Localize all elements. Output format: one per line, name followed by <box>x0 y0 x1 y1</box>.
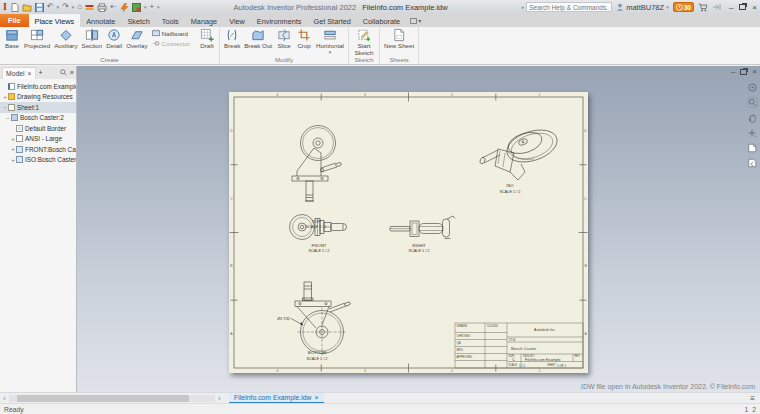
new-file-icon[interactable] <box>10 3 19 12</box>
tree-item-drawing-resources[interactable]: + Drawing Resources <box>0 92 76 103</box>
pan-icon[interactable] <box>747 113 757 123</box>
nailboard-button[interactable]: Nailboard <box>152 29 191 37</box>
sketch-panel-label[interactable]: Sketch <box>351 56 377 64</box>
undo-icon[interactable]: ↶ <box>47 3 54 11</box>
tab-annotate[interactable]: Annotate <box>80 14 121 27</box>
connector-button[interactable]: Connector <box>152 39 191 47</box>
browser-search-icon[interactable] <box>60 69 67 76</box>
create-panel-label[interactable]: Create <box>2 56 217 64</box>
ribbon-display-options[interactable]: ▾ <box>406 14 425 27</box>
modify-panel-label[interactable]: Modify <box>222 56 346 64</box>
horizontal-button[interactable]: Horizontal ▾ <box>314 27 346 55</box>
home-icon[interactable]: ⌂ <box>77 3 82 11</box>
scrollbar-track[interactable] <box>9 395 215 402</box>
base-button[interactable]: Base <box>2 27 22 50</box>
title-block[interactable]: DRAWN 5/1/2020 CHECKED QA MFG APPROVED A… <box>455 323 583 368</box>
navigation-wheel-icon[interactable] <box>748 83 757 92</box>
horizontal-dropdown-icon[interactable]: ▾ <box>329 50 332 55</box>
drawing-sheet[interactable]: 4 3 2 1 4 3 2 1 D C B A D C B <box>229 92 588 373</box>
redo-icon[interactable]: ↷ <box>62 3 69 11</box>
tab-place-views[interactable]: Place Views <box>29 14 81 27</box>
update-icon[interactable] <box>120 3 129 12</box>
search-input[interactable] <box>526 2 612 12</box>
tree-item-sheet1[interactable]: − Sheet:1 <box>0 102 76 113</box>
horizontal-scrollbar[interactable]: ‹ › <box>0 394 224 403</box>
break-out-button[interactable]: Break Out <box>242 27 274 50</box>
page-number-2[interactable]: 2 <box>752 406 756 413</box>
diameter-dimension[interactable]: Ø3 7/32 <box>277 317 290 321</box>
overlay-button[interactable]: Overlay <box>124 27 149 50</box>
tab-manage[interactable]: Manage <box>185 14 223 27</box>
search-collapse-icon[interactable]: ▸ <box>522 4 525 10</box>
start-sketch-button[interactable]: Start Sketch <box>351 27 377 56</box>
tree-item-front-view[interactable]: + FRONT:Bosch Caster.ipt <box>0 144 76 155</box>
previous-view-icon[interactable] <box>747 158 757 168</box>
draft-button[interactable]: Draft <box>197 27 217 50</box>
save-icon[interactable] <box>35 3 44 12</box>
tab-view[interactable]: View <box>223 14 251 27</box>
undo-dropdown-icon[interactable]: ▾ <box>57 4 60 10</box>
user-dropdown-icon[interactable]: ▾ <box>666 4 669 10</box>
status-bar: Ready 1 2 <box>0 403 760 414</box>
tab-environments[interactable]: Environments <box>251 14 308 27</box>
tab-file[interactable]: File <box>0 14 29 27</box>
break-button[interactable]: Break <box>222 27 242 50</box>
sheets-panel-label[interactable]: Sheets <box>382 56 416 64</box>
slice-button[interactable]: Slice <box>274 27 294 50</box>
projected-button[interactable]: Projected <box>22 27 52 50</box>
appearance-dropdown-icon[interactable]: ▾ <box>144 4 147 10</box>
look-at-icon[interactable] <box>747 143 757 153</box>
restore-icon[interactable] <box>739 4 746 10</box>
doc-close-icon[interactable]: × <box>752 67 757 76</box>
close-icon[interactable]: × <box>752 3 757 12</box>
view-iso[interactable] <box>479 124 561 180</box>
section-button[interactable]: Section <box>80 27 105 50</box>
add-command-icon[interactable]: + <box>149 3 154 11</box>
tab-collaborate[interactable]: Collaborate <box>357 14 406 27</box>
document-tab-close-icon[interactable]: × <box>314 394 318 401</box>
doc-restore-icon[interactable] <box>740 69 747 75</box>
open-file-icon[interactable] <box>22 3 32 12</box>
tab-get-started[interactable]: Get Started <box>307 14 356 27</box>
tree-item-iso-view[interactable]: + ISO:Bosch Caster.ipt <box>0 155 76 166</box>
detail-button[interactable]: Detail <box>104 27 124 50</box>
view-bottom[interactable] <box>291 282 351 357</box>
new-sheet-button[interactable]: New Sheet <box>382 27 416 50</box>
print-icon[interactable] <box>97 3 107 12</box>
zoom-plus-icon[interactable] <box>747 128 757 138</box>
scroll-left-icon[interactable]: ‹ <box>0 394 9 403</box>
tab-tools[interactable]: Tools <box>156 14 185 27</box>
minimize-icon[interactable]: – <box>729 3 733 12</box>
tree-item-document[interactable]: FileInfo.com Example.idw <box>0 81 76 92</box>
tree-item-bosch-caster[interactable]: − Bosch Caster:2 <box>0 113 76 124</box>
return-icon[interactable]: ⇠ <box>110 3 117 11</box>
sheet-format-icon[interactable] <box>85 3 94 12</box>
browser-menu-icon[interactable]: ≡ <box>70 69 74 76</box>
cart-icon[interactable] <box>698 3 708 12</box>
tree-item-default-border[interactable]: Default Border <box>0 123 76 134</box>
inventor-logo-icon[interactable]: I <box>3 2 7 12</box>
auxiliary-button[interactable]: Auxiliary <box>52 27 79 50</box>
share-icon[interactable] <box>712 3 721 11</box>
zoom-icon[interactable] <box>747 97 758 108</box>
document-tab[interactable]: FileInfo.com Example.idw × <box>229 393 324 404</box>
view-top[interactable] <box>292 126 342 202</box>
crop-button[interactable]: Crop <box>294 27 314 50</box>
appearance-icon[interactable] <box>132 3 141 12</box>
tab-sketch[interactable]: Sketch <box>121 14 155 27</box>
redo-dropdown-icon[interactable]: ▾ <box>72 4 75 10</box>
browser-tab-model[interactable]: Model × <box>2 67 36 79</box>
browser-close-icon[interactable]: × <box>28 70 32 77</box>
tab-list-icon[interactable]: ≡ <box>745 394 760 403</box>
user-account[interactable]: mattBU78Z ▾ <box>616 3 668 12</box>
browser-add-icon[interactable]: + <box>39 69 43 76</box>
view-right[interactable] <box>390 216 455 239</box>
page-number-1[interactable]: 1 <box>744 406 748 413</box>
graphics-canvas[interactable]: 4 3 2 1 4 3 2 1 D C B A D C B <box>77 66 760 392</box>
svg-text:Bosch Caster: Bosch Caster <box>511 346 537 351</box>
scrollbar-thumb[interactable] <box>17 395 189 402</box>
scroll-right-icon[interactable]: › <box>215 394 224 403</box>
doc-minimize-icon[interactable]: – <box>731 67 735 76</box>
trial-days-badge[interactable]: 30 <box>673 2 694 12</box>
tree-item-ansi-large[interactable]: + ANSI - Large <box>0 134 76 145</box>
